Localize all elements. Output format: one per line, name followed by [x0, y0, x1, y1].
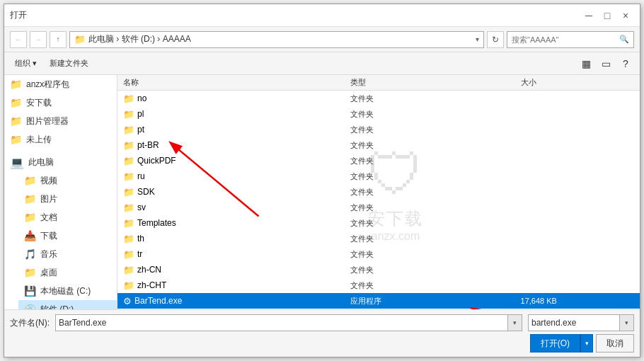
sidebar-item-anzx[interactable]: 📁 anzx程序包	[4, 75, 117, 93]
sidebar-item-music[interactable]: 🎵 音乐	[18, 245, 117, 263]
help-button[interactable]: ?	[617, 55, 634, 72]
table-row[interactable]: ⚙ BarTend.exe 应用程序 17,648 KB	[117, 293, 640, 309]
file-icon: 📁	[123, 125, 134, 135]
sidebar-item-downloads[interactable]: 📥 下载	[18, 227, 117, 245]
table-row[interactable]: 📁 pl 文件夹	[117, 106, 640, 122]
open-button-chevron[interactable]: ▾	[580, 334, 593, 353]
sidebar-item-photo[interactable]: 📁 图片管理器	[4, 112, 117, 130]
folder-icon: 📁	[10, 79, 22, 90]
sidebar-label-unupload: 未上传	[26, 134, 52, 146]
file-icon: 📁	[123, 249, 134, 260]
col-size-header[interactable]: 大小	[521, 77, 634, 88]
toolbar2-right: ▦ ▭ ?	[577, 55, 634, 72]
folder-icon: 📁	[10, 134, 22, 145]
search-icon: 🔍	[619, 35, 629, 44]
filename-chevron[interactable]: ▾	[507, 315, 522, 331]
file-area: 🛡 安下载 anzx.com 名称 类型 大小	[117, 75, 640, 309]
folder-icon: 📁	[24, 212, 36, 223]
sidebar-item-unupload[interactable]: 📁 未上传	[4, 130, 117, 149]
file-list: 📁 no 文件夹 📁 pl 文件夹 📁 pt 文件夹 📁 pt-BR	[117, 91, 640, 309]
filename-input[interactable]	[56, 318, 507, 328]
search-input[interactable]	[512, 35, 619, 44]
sidebar-item-softd[interactable]: 💿 软件 (D:)	[18, 300, 117, 309]
preview-button[interactable]: ▭	[597, 55, 614, 72]
folder-icon: 📁	[10, 115, 22, 127]
table-row[interactable]: 📁 Templates 文件夹	[117, 215, 640, 231]
toolbar2-left: 组织 ▾ 新建文件夹	[10, 55, 93, 73]
col-type-header[interactable]: 类型	[350, 77, 521, 88]
table-row[interactable]: 📁 tr 文件夹	[117, 246, 640, 262]
sidebar-label-video: 视频	[40, 175, 57, 187]
sidebar: 📁 anzx程序包 📁 安下载 📁 图片管理器 📁 未上传 💻 此电脑	[4, 75, 117, 309]
sidebar-label-music: 音乐	[40, 248, 57, 260]
sidebar-label-download: 安下载	[26, 97, 52, 109]
download-icon: 📥	[24, 230, 36, 241]
filename-label: 文件名(N):	[10, 317, 50, 329]
file-icon: 📁	[123, 280, 134, 291]
bottom-bar: 文件名(N): ▾ bartend.exe ▾ 打开(O) ▾ 取消	[4, 309, 640, 357]
table-row[interactable]: 📁 QuickPDF 文件夹	[117, 153, 640, 168]
open-button[interactable]: 打开(O)	[530, 334, 580, 353]
back-button[interactable]: ←	[10, 31, 27, 48]
organize-button[interactable]: 组织 ▾	[10, 55, 42, 73]
address-chevron-icon[interactable]: ▾	[476, 35, 479, 43]
sidebar-item-download[interactable]: 📁 安下载	[4, 93, 117, 112]
file-icon: 📁	[123, 187, 134, 197]
file-list-header: 名称 类型 大小	[117, 75, 640, 91]
title-bar: 打开 ─ □ ×	[4, 4, 640, 27]
new-folder-button[interactable]: 新建文件夹	[45, 55, 93, 73]
address-bar[interactable]: 📁 此电脑 › 软件 (D:) › AAAAA ▾	[69, 31, 484, 48]
table-row[interactable]: 📁 sv 文件夹	[117, 200, 640, 215]
forward-button[interactable]: →	[30, 31, 47, 48]
main-content: 📁 anzx程序包 📁 安下载 📁 图片管理器 📁 未上传 💻 此电脑	[4, 75, 640, 309]
minimize-button[interactable]: ─	[580, 7, 597, 24]
up-button[interactable]: ↑	[50, 31, 67, 48]
file-icon: 📁	[123, 109, 134, 120]
sidebar-item-video[interactable]: 📁 视频	[18, 171, 117, 190]
filename-input-wrap[interactable]: ▾	[55, 314, 522, 331]
table-row[interactable]: 📁 zh-CHT 文件夹	[117, 277, 640, 293]
refresh-button[interactable]: ↻	[487, 31, 504, 48]
view-toolbar: 组织 ▾ 新建文件夹 ▦ ▭ ?	[4, 52, 640, 75]
open-dialog: 打开 ─ □ × ← → ↑ 📁 此电脑 › 软件 (D:) › AAAAA ▾…	[4, 4, 640, 357]
cancel-button[interactable]: 取消	[596, 334, 634, 353]
filetype-text: bartend.exe	[529, 318, 619, 328]
table-row[interactable]: 📁 no 文件夹	[117, 91, 640, 106]
folder-icon: 📁	[10, 97, 22, 108]
search-bar[interactable]: 🔍	[507, 31, 634, 48]
file-icon: 📁	[123, 156, 134, 166]
filename-row: 文件名(N): ▾ bartend.exe ▾	[10, 314, 634, 331]
computer-icon: 💻	[10, 156, 24, 169]
file-icon: 📁	[123, 202, 134, 213]
table-row[interactable]: 📁 zh-CN 文件夹	[117, 262, 640, 277]
close-button[interactable]: ×	[617, 7, 634, 24]
sidebar-label-docs: 文档	[40, 212, 57, 224]
drive-icon: 💿	[24, 304, 36, 309]
folder-icon: 📁	[24, 175, 36, 186]
drive-icon: 💾	[24, 285, 36, 297]
open-button-wrap: 打开(O) ▾	[530, 334, 593, 353]
table-row[interactable]: 📁 th 文件夹	[117, 231, 640, 246]
sidebar-item-localc[interactable]: 💾 本地磁盘 (C:)	[18, 282, 117, 300]
table-row[interactable]: 📁 ru 文件夹	[117, 168, 640, 184]
address-text: 此电脑 › 软件 (D:) › AAAAA	[88, 33, 473, 45]
sidebar-label-desktop: 桌面	[40, 267, 57, 279]
filetype-wrap[interactable]: bartend.exe ▾	[528, 314, 634, 331]
sidebar-item-docs[interactable]: 📁 文档	[18, 208, 117, 227]
sidebar-label-localc: 本地磁盘 (C:)	[40, 285, 91, 297]
table-row[interactable]: 📁 pt-BR 文件夹	[117, 137, 640, 153]
folder-icon: 📁	[24, 267, 36, 278]
table-row[interactable]: 📁 SDK 文件夹	[117, 184, 640, 200]
table-row[interactable]: 📁 pt 文件夹	[117, 122, 640, 137]
file-icon: 📁	[123, 171, 134, 182]
sidebar-item-pics[interactable]: 📁 图片	[18, 190, 117, 208]
col-name-header[interactable]: 名称	[123, 77, 350, 88]
address-toolbar: ← → ↑ 📁 此电脑 › 软件 (D:) › AAAAA ▾ ↻ 🔍	[4, 27, 640, 52]
view-mode-button[interactable]: ▦	[577, 55, 594, 72]
filetype-chevron[interactable]: ▾	[619, 315, 633, 331]
dialog-title: 打开	[10, 9, 27, 21]
file-icon: 📁	[123, 93, 134, 104]
maximize-button[interactable]: □	[599, 7, 616, 24]
sidebar-item-this-pc[interactable]: 💻 此电脑	[4, 153, 117, 171]
sidebar-item-desktop[interactable]: 📁 桌面	[18, 263, 117, 282]
